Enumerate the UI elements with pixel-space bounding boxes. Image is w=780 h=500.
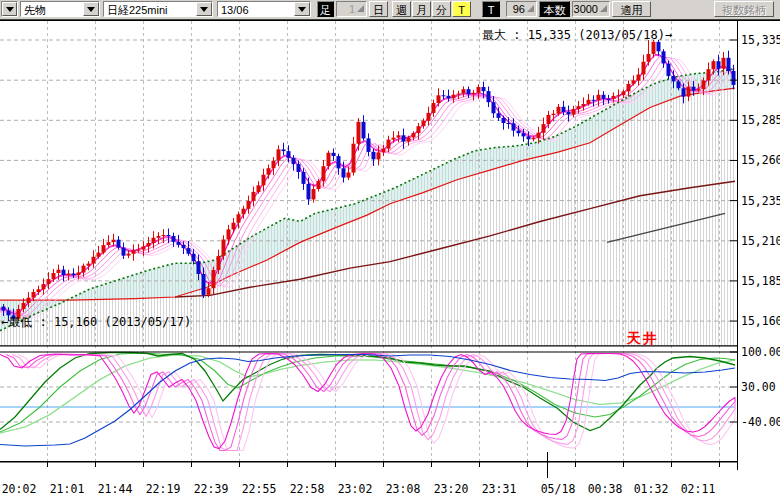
market-combo[interactable]: 先物 bbox=[20, 1, 100, 17]
multi-symbol-button: 複数銘柄 bbox=[714, 1, 774, 17]
bar-count-label: 本数 bbox=[539, 1, 570, 17]
tick-count-spinner[interactable]: 96 bbox=[506, 1, 537, 17]
chevron-down-icon[interactable] bbox=[2, 2, 17, 16]
bar-type-button[interactable]: 足 bbox=[317, 1, 334, 17]
chevron-down-icon[interactable] bbox=[83, 2, 99, 16]
spinner-grip-icon[interactable] bbox=[600, 5, 607, 12]
interval-spinner[interactable]: 1 bbox=[336, 1, 367, 17]
time-tick-label: 22:58 bbox=[290, 482, 325, 496]
time-tick-label: 21:44 bbox=[98, 482, 133, 496]
price-tick-label: 15,310 bbox=[741, 73, 780, 87]
rci-pink-line bbox=[12, 354, 735, 451]
minute-button[interactable]: 分 bbox=[432, 1, 451, 17]
price-tick-label: 15,335 bbox=[741, 33, 780, 47]
month-button[interactable]: 月 bbox=[412, 1, 431, 17]
chart-mode-dropdown[interactable] bbox=[1, 1, 18, 17]
oscillator-tick-label: 30.00 bbox=[741, 380, 776, 394]
time-tick-label: 22:39 bbox=[194, 482, 229, 496]
max-price-label: 最大 : 15,335 (2013/05/18) bbox=[482, 28, 665, 42]
time-tick-label: 21:01 bbox=[50, 482, 85, 496]
oscillator-pane bbox=[0, 353, 735, 451]
rci-green-pale-line bbox=[0, 355, 735, 433]
time-tick-label: 23:02 bbox=[338, 482, 373, 496]
rci-pink-line bbox=[18, 354, 735, 451]
tick-mode-button[interactable]: T bbox=[482, 1, 500, 17]
time-tick-label: 00:38 bbox=[588, 482, 623, 496]
time-tick-label: 23:20 bbox=[434, 482, 469, 496]
oscillator-tick-label: 100.00 bbox=[741, 345, 780, 359]
week-button[interactable]: 週 bbox=[392, 1, 411, 17]
bar-count-value: 3000 bbox=[574, 2, 600, 16]
right-arrow-icon: → bbox=[665, 28, 672, 42]
time-tick-label: 23:31 bbox=[482, 482, 517, 496]
ceiling-annotation: 天井 bbox=[627, 330, 659, 348]
time-tick-label: 22:55 bbox=[242, 482, 277, 496]
time-tick-label: 20:02 bbox=[2, 482, 37, 496]
contract-month-combo[interactable]: 13/06 bbox=[217, 1, 311, 17]
max-price-annotation: 最大 : 15,335 (2013/05/18)→ bbox=[482, 27, 672, 44]
time-tick-label: 23:08 bbox=[386, 482, 421, 496]
price-tick-label: 15,260 bbox=[741, 153, 780, 167]
symbol-combo-value: 日経225mini bbox=[104, 2, 196, 16]
rci-blue-line bbox=[0, 355, 735, 447]
rci-pink-line bbox=[0, 354, 735, 449]
day-button[interactable]: 日 bbox=[369, 1, 388, 17]
market-combo-value: 先物 bbox=[21, 2, 83, 16]
striped-area-fill bbox=[0, 69, 735, 346]
interval-value: 1 bbox=[349, 2, 357, 16]
chevron-down-icon[interactable] bbox=[196, 2, 212, 16]
price-tick-label: 15,235 bbox=[741, 194, 780, 208]
price-tick-label: 15,210 bbox=[741, 234, 780, 248]
spinner-grip-icon[interactable] bbox=[527, 5, 534, 12]
symbol-combo[interactable]: 日経225mini bbox=[103, 1, 213, 17]
min-price-annotation: ←最低 : 15,160 (2013/05/17) bbox=[1, 314, 191, 331]
price-tick-label: 15,185 bbox=[741, 274, 780, 288]
bar-count-spinner[interactable]: 3000 bbox=[572, 1, 610, 17]
tick-count-value: 96 bbox=[513, 2, 527, 16]
chevron-down-icon[interactable] bbox=[294, 2, 310, 16]
tick-period-button[interactable]: T bbox=[452, 1, 471, 17]
oscillator-tick-label: -40.00 bbox=[741, 415, 780, 429]
min-price-label: 最低 : 15,160 (2013/05/17) bbox=[8, 315, 191, 329]
time-tick-label: 02:11 bbox=[681, 482, 716, 496]
fill-areas bbox=[0, 69, 735, 346]
contract-month-value: 13/06 bbox=[218, 2, 294, 16]
time-tick-label: 22:19 bbox=[146, 482, 181, 496]
time-tick-label: 01:32 bbox=[634, 482, 669, 496]
rci-green-light-line bbox=[0, 355, 735, 433]
price-tick-label: 15,285 bbox=[741, 113, 780, 127]
spinner-grip-icon[interactable] bbox=[357, 5, 364, 12]
rci-green-dark-line bbox=[0, 353, 735, 431]
time-tick-label: 05/18 bbox=[541, 482, 576, 496]
toolbar: 先物 日経225mini 13/06 足 1 日 週 月 分 T T 96 本数… bbox=[0, 0, 780, 20]
price-chart-canvas[interactable]: 15,33515,31015,28515,26015,23515,21015,1… bbox=[0, 0, 780, 500]
price-tick-label: 15,160 bbox=[741, 314, 780, 328]
rci-green-mid-line bbox=[0, 353, 735, 432]
apply-button[interactable]: 適用 bbox=[612, 1, 651, 17]
